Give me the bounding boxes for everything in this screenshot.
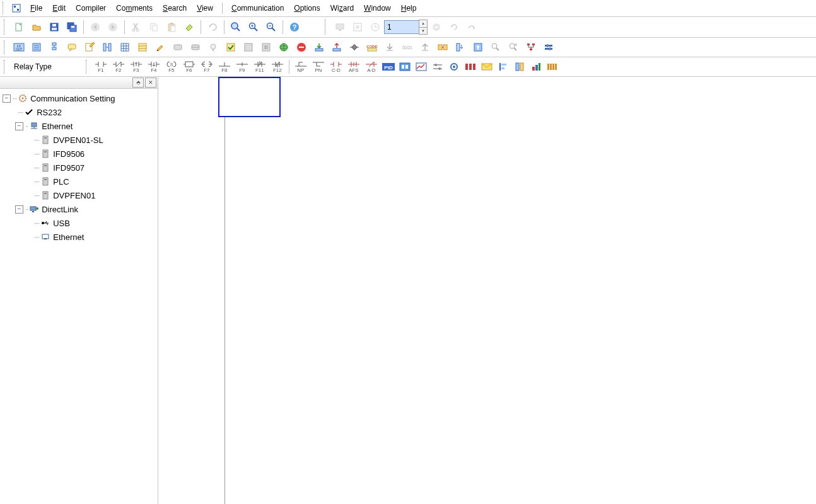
stop-icon[interactable]: [293, 40, 310, 55]
contact-nc-f2-icon[interactable]: F2: [110, 59, 127, 75]
erase-icon[interactable]: [181, 19, 197, 35]
svg-rect-187: [32, 123, 37, 127]
tree-eth-4-label: DVPFEN01: [53, 191, 95, 200]
line-f9-icon[interactable]: F9: [234, 59, 250, 75]
tree-eth-1[interactable]: ····IFD9506: [3, 147, 158, 161]
rising-f3-icon[interactable]: F3: [128, 59, 144, 75]
menu-wizard[interactable]: Wizard: [325, 3, 359, 14]
mail-icon[interactable]: [480, 61, 494, 72]
side-close-icon[interactable]: ✕: [145, 77, 156, 88]
open-file-icon[interactable]: [28, 19, 45, 35]
tree-root[interactable]: − ··· Communication Setting: [3, 91, 158, 105]
highlight-icon[interactable]: [152, 40, 168, 55]
svg-point-97: [515, 43, 517, 46]
expand-icon[interactable]: −: [3, 94, 11, 103]
zoom-fit-icon[interactable]: [228, 19, 244, 35]
svg-rect-160: [402, 65, 404, 69]
tree-eth-0[interactable]: ····DVPEN01-SL: [3, 133, 158, 147]
edit-comment-icon[interactable]: [81, 40, 98, 55]
instruction-list-icon[interactable]: [28, 40, 45, 55]
cd-icon[interactable]: C·D: [328, 59, 344, 75]
tree-ethernet[interactable]: − ·· Ethernet: [3, 119, 158, 133]
contact-no-f1-icon[interactable]: F1: [93, 59, 109, 75]
register-table-icon[interactable]: [134, 40, 151, 55]
menu-help[interactable]: Help: [396, 3, 422, 14]
expand-icon[interactable]: −: [15, 122, 23, 130]
menu-view[interactable]: View: [192, 3, 218, 14]
zoom-out-icon[interactable]: [263, 19, 279, 35]
check-program-icon[interactable]: [223, 40, 239, 55]
bars-icon[interactable]: [545, 61, 559, 72]
compare-icon[interactable]: [434, 40, 451, 55]
help-icon[interactable]: ?: [286, 19, 303, 35]
menu-edit[interactable]: Edit: [47, 3, 71, 14]
menu-compiler[interactable]: Compiler: [71, 3, 111, 14]
toolbar2-grip[interactable]: [4, 40, 8, 54]
inv-dn-f12-icon[interactable]: F12: [269, 59, 286, 75]
coil-f7-icon[interactable]: F7: [199, 59, 215, 75]
password-icon[interactable]: [470, 40, 486, 55]
pid-icon[interactable]: PID: [382, 61, 395, 72]
device-icon: [40, 190, 50, 200]
tree-eth-2[interactable]: ····IFD9507: [3, 161, 158, 175]
toolbar-grip-1[interactable]: [4, 20, 8, 35]
menu-grip[interactable]: [3, 2, 6, 14]
relay-grip-2[interactable]: [86, 60, 90, 74]
comment-icon[interactable]: [64, 40, 80, 55]
menu-search[interactable]: Search: [158, 3, 192, 14]
online-icon[interactable]: [276, 40, 292, 55]
afs-icon[interactable]: AFS: [346, 59, 362, 75]
format-down-icon[interactable]: [452, 40, 469, 55]
module-icon[interactable]: [398, 61, 412, 72]
sfc-icon[interactable]: [46, 40, 62, 55]
ladder-out-icon[interactable]: LDOUT: [11, 40, 27, 55]
tree-dl-eth[interactable]: ····Ethernet: [3, 230, 158, 244]
satellite-icon[interactable]: [346, 40, 363, 55]
save-icon[interactable]: [46, 19, 62, 35]
step-input[interactable]: [384, 20, 419, 34]
zoom-in-icon[interactable]: [245, 19, 262, 35]
falling-f4-icon[interactable]: F4: [146, 59, 162, 75]
toolbar-grip-2[interactable]: [325, 20, 329, 35]
align-icon[interactable]: [496, 61, 510, 72]
download-icon[interactable]: [311, 40, 327, 55]
settings2-icon[interactable]: [540, 40, 557, 55]
relay-grip-1[interactable]: [4, 60, 8, 74]
gear-icon[interactable]: [447, 61, 461, 72]
menu-bar: File Edit Compiler Comments Search View …: [0, 0, 816, 17]
new-file-icon[interactable]: [11, 19, 27, 35]
build-icon[interactable]: [529, 61, 543, 72]
save-all-icon[interactable]: [64, 19, 80, 35]
device-edit-icon[interactable]: [99, 40, 115, 55]
coil-set-f5-icon[interactable]: SF5: [163, 59, 180, 75]
ad-icon[interactable]: A·D: [363, 59, 380, 75]
network-icon[interactable]: [523, 40, 539, 55]
columns-icon[interactable]: [463, 61, 477, 72]
expand-icon[interactable]: −: [15, 205, 23, 214]
menu-communication[interactable]: Communication: [226, 3, 289, 14]
np-icon[interactable]: NP: [293, 59, 309, 75]
tree-rs232[interactable]: ···· RS232: [3, 105, 158, 119]
trend-icon[interactable]: [414, 61, 428, 72]
menu-options[interactable]: Options: [289, 3, 325, 14]
menu-window[interactable]: Window: [359, 3, 396, 14]
column-view-icon[interactable]: [513, 61, 527, 72]
svg-rect-180: [539, 63, 540, 71]
inv-up-f11-icon[interactable]: F11: [252, 59, 268, 75]
canvas-cursor-cell[interactable]: [218, 77, 281, 117]
tree-dl-usb[interactable]: ····USB: [3, 216, 158, 230]
step-spinner[interactable]: ▲▼: [419, 20, 428, 35]
app-f6-icon[interactable]: F6: [181, 59, 197, 75]
ladder-canvas[interactable]: [158, 77, 816, 504]
table-icon[interactable]: [117, 40, 133, 55]
upload-icon[interactable]: [329, 40, 345, 55]
tree-eth-3[interactable]: ····PLC: [3, 175, 158, 188]
menu-file[interactable]: File: [25, 3, 47, 14]
tree-directlink[interactable]: − ·· DirectLink: [3, 202, 158, 216]
tree-eth-4[interactable]: ····DVPFEN01: [3, 188, 158, 202]
code-icon[interactable]: CODE: [364, 40, 380, 55]
line-up-f8-icon[interactable]: F8: [216, 59, 233, 75]
menu-comments[interactable]: Comments: [111, 3, 158, 14]
pn-icon[interactable]: PN: [310, 59, 327, 75]
side-pin-icon[interactable]: ⬘: [132, 77, 144, 88]
